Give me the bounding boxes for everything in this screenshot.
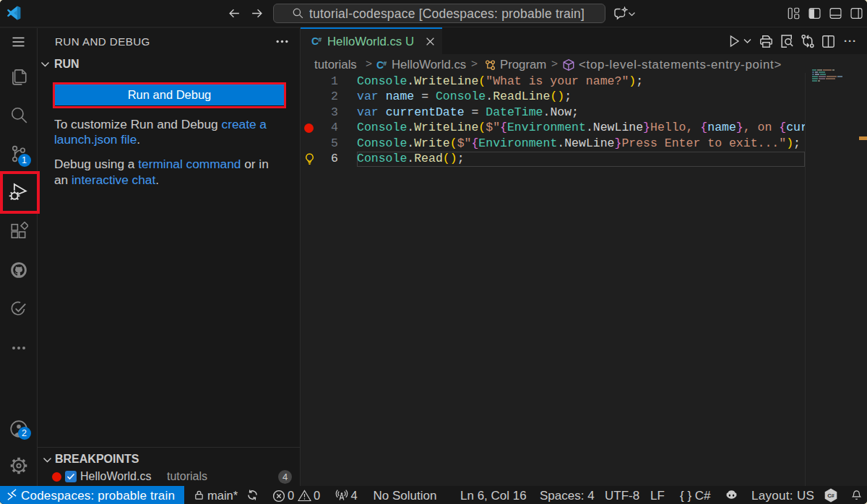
svg-text:C#: C# [827,492,834,499]
